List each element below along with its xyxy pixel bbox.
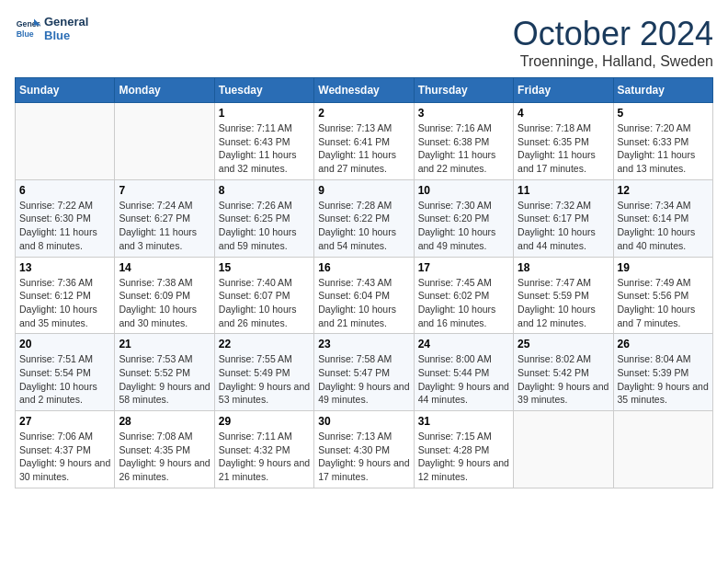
day-number: 9 bbox=[318, 184, 409, 197]
weekday-header: Thursday bbox=[414, 78, 513, 103]
day-info: Sunrise: 7:45 AM Sunset: 6:02 PM Dayligh… bbox=[418, 276, 509, 330]
calendar-week-row: 1Sunrise: 7:11 AM Sunset: 6:43 PM Daylig… bbox=[16, 103, 713, 180]
day-info: Sunrise: 7:53 AM Sunset: 5:52 PM Dayligh… bbox=[119, 352, 210, 407]
day-info: Sunrise: 7:40 AM Sunset: 6:07 PM Dayligh… bbox=[219, 276, 310, 330]
weekday-header: Monday bbox=[115, 78, 214, 103]
day-info: Sunrise: 7:18 AM Sunset: 6:35 PM Dayligh… bbox=[518, 121, 609, 176]
calendar-cell: 25Sunrise: 8:02 AM Sunset: 5:42 PM Dayli… bbox=[514, 334, 613, 411]
day-info: Sunrise: 8:04 AM Sunset: 5:39 PM Dayligh… bbox=[618, 352, 709, 407]
day-info: Sunrise: 7:06 AM Sunset: 4:37 PM Dayligh… bbox=[19, 430, 110, 484]
day-info: Sunrise: 7:13 AM Sunset: 6:41 PM Dayligh… bbox=[318, 121, 409, 176]
day-number: 29 bbox=[219, 415, 310, 428]
logo-line1: General bbox=[44, 15, 88, 29]
calendar-cell: 24Sunrise: 8:00 AM Sunset: 5:44 PM Dayli… bbox=[414, 334, 513, 411]
day-info: Sunrise: 7:55 AM Sunset: 5:49 PM Dayligh… bbox=[219, 352, 310, 407]
calendar-cell: 10Sunrise: 7:30 AM Sunset: 6:20 PM Dayli… bbox=[414, 179, 513, 257]
day-info: Sunrise: 7:13 AM Sunset: 4:30 PM Dayligh… bbox=[318, 430, 409, 484]
calendar-cell: 18Sunrise: 7:47 AM Sunset: 5:59 PM Dayli… bbox=[514, 257, 613, 334]
day-info: Sunrise: 7:47 AM Sunset: 5:59 PM Dayligh… bbox=[518, 276, 609, 330]
day-number: 20 bbox=[19, 338, 110, 350]
calendar-week-row: 27Sunrise: 7:06 AM Sunset: 4:37 PM Dayli… bbox=[16, 411, 713, 488]
day-number: 21 bbox=[119, 338, 210, 350]
day-info: Sunrise: 7:43 AM Sunset: 6:04 PM Dayligh… bbox=[318, 276, 409, 330]
day-number: 1 bbox=[219, 107, 310, 120]
day-info: Sunrise: 8:00 AM Sunset: 5:44 PM Dayligh… bbox=[418, 352, 509, 407]
weekday-header: Sunday bbox=[16, 78, 115, 103]
calendar-cell: 6Sunrise: 7:22 AM Sunset: 6:30 PM Daylig… bbox=[16, 179, 115, 257]
day-info: Sunrise: 7:49 AM Sunset: 5:56 PM Dayligh… bbox=[618, 276, 709, 330]
day-number: 28 bbox=[119, 415, 210, 428]
calendar-table: SundayMondayTuesdayWednesdayThursdayFrid… bbox=[15, 77, 713, 488]
day-number: 3 bbox=[418, 107, 509, 120]
calendar-header: SundayMondayTuesdayWednesdayThursdayFrid… bbox=[16, 78, 713, 103]
calendar-cell: 23Sunrise: 7:58 AM Sunset: 5:47 PM Dayli… bbox=[314, 334, 414, 411]
calendar-cell: 28Sunrise: 7:08 AM Sunset: 4:35 PM Dayli… bbox=[115, 411, 214, 488]
page-header: General Blue General Blue October 2024 T… bbox=[15, 15, 713, 70]
calendar-cell: 29Sunrise: 7:11 AM Sunset: 4:32 PM Dayli… bbox=[214, 411, 313, 488]
month-title: October 2024 bbox=[513, 15, 713, 53]
day-info: Sunrise: 7:26 AM Sunset: 6:25 PM Dayligh… bbox=[219, 199, 310, 253]
day-info: Sunrise: 7:51 AM Sunset: 5:54 PM Dayligh… bbox=[19, 352, 110, 407]
day-number: 14 bbox=[119, 261, 210, 274]
svg-text:Blue: Blue bbox=[17, 29, 34, 39]
weekday-header: Saturday bbox=[613, 78, 712, 103]
calendar-cell bbox=[613, 411, 712, 488]
calendar-cell bbox=[514, 411, 613, 488]
calendar-cell: 13Sunrise: 7:36 AM Sunset: 6:12 PM Dayli… bbox=[16, 257, 115, 334]
calendar-cell: 12Sunrise: 7:34 AM Sunset: 6:14 PM Dayli… bbox=[613, 179, 712, 257]
day-number: 8 bbox=[219, 184, 310, 197]
day-number: 6 bbox=[19, 184, 110, 197]
day-number: 11 bbox=[518, 184, 609, 197]
calendar-cell: 27Sunrise: 7:06 AM Sunset: 4:37 PM Dayli… bbox=[16, 411, 115, 488]
calendar-cell: 2Sunrise: 7:13 AM Sunset: 6:41 PM Daylig… bbox=[314, 103, 414, 180]
calendar-cell: 21Sunrise: 7:53 AM Sunset: 5:52 PM Dayli… bbox=[115, 334, 214, 411]
calendar-cell: 31Sunrise: 7:15 AM Sunset: 4:28 PM Dayli… bbox=[414, 411, 513, 488]
day-info: Sunrise: 7:58 AM Sunset: 5:47 PM Dayligh… bbox=[318, 352, 409, 407]
calendar-cell: 26Sunrise: 8:04 AM Sunset: 5:39 PM Dayli… bbox=[613, 334, 712, 411]
weekday-header: Friday bbox=[514, 78, 613, 103]
calendar-cell bbox=[16, 103, 115, 180]
day-number: 24 bbox=[418, 338, 509, 350]
calendar-cell: 7Sunrise: 7:24 AM Sunset: 6:27 PM Daylig… bbox=[115, 179, 214, 257]
calendar-cell: 1Sunrise: 7:11 AM Sunset: 6:43 PM Daylig… bbox=[214, 103, 313, 180]
day-number: 25 bbox=[518, 338, 609, 350]
weekday-header: Tuesday bbox=[214, 78, 313, 103]
day-info: Sunrise: 7:32 AM Sunset: 6:17 PM Dayligh… bbox=[518, 199, 609, 253]
calendar-cell: 30Sunrise: 7:13 AM Sunset: 4:30 PM Dayli… bbox=[314, 411, 414, 488]
calendar-cell: 3Sunrise: 7:16 AM Sunset: 6:38 PM Daylig… bbox=[414, 103, 513, 180]
day-number: 19 bbox=[618, 261, 709, 274]
calendar-week-row: 20Sunrise: 7:51 AM Sunset: 5:54 PM Dayli… bbox=[16, 334, 713, 411]
calendar-cell: 8Sunrise: 7:26 AM Sunset: 6:25 PM Daylig… bbox=[214, 179, 313, 257]
day-info: Sunrise: 7:20 AM Sunset: 6:33 PM Dayligh… bbox=[618, 121, 709, 176]
day-info: Sunrise: 7:22 AM Sunset: 6:30 PM Dayligh… bbox=[19, 199, 110, 253]
calendar-cell: 14Sunrise: 7:38 AM Sunset: 6:09 PM Dayli… bbox=[115, 257, 214, 334]
day-number: 31 bbox=[418, 415, 509, 428]
day-number: 22 bbox=[219, 338, 310, 350]
day-info: Sunrise: 7:36 AM Sunset: 6:12 PM Dayligh… bbox=[19, 276, 110, 330]
day-number: 23 bbox=[318, 338, 409, 350]
calendar-body: 1Sunrise: 7:11 AM Sunset: 6:43 PM Daylig… bbox=[16, 103, 713, 488]
day-number: 2 bbox=[318, 107, 409, 120]
day-number: 10 bbox=[418, 184, 509, 197]
day-number: 5 bbox=[618, 107, 709, 120]
day-number: 16 bbox=[318, 261, 409, 274]
calendar-cell: 15Sunrise: 7:40 AM Sunset: 6:07 PM Dayli… bbox=[214, 257, 313, 334]
day-number: 4 bbox=[518, 107, 609, 120]
calendar-week-row: 6Sunrise: 7:22 AM Sunset: 6:30 PM Daylig… bbox=[16, 179, 713, 257]
day-number: 7 bbox=[119, 184, 210, 197]
calendar-cell: 5Sunrise: 7:20 AM Sunset: 6:33 PM Daylig… bbox=[613, 103, 712, 180]
day-info: Sunrise: 8:02 AM Sunset: 5:42 PM Dayligh… bbox=[518, 352, 609, 407]
calendar-cell: 9Sunrise: 7:28 AM Sunset: 6:22 PM Daylig… bbox=[314, 179, 414, 257]
logo: General Blue General Blue bbox=[15, 15, 88, 42]
logo-line2: Blue bbox=[44, 29, 88, 42]
day-number: 15 bbox=[219, 261, 310, 274]
day-number: 18 bbox=[518, 261, 609, 274]
day-info: Sunrise: 7:11 AM Sunset: 4:32 PM Dayligh… bbox=[219, 430, 310, 484]
day-number: 30 bbox=[318, 415, 409, 428]
day-info: Sunrise: 7:30 AM Sunset: 6:20 PM Dayligh… bbox=[418, 199, 509, 253]
calendar-week-row: 13Sunrise: 7:36 AM Sunset: 6:12 PM Dayli… bbox=[16, 257, 713, 334]
day-number: 27 bbox=[19, 415, 110, 428]
day-number: 12 bbox=[618, 184, 709, 197]
day-info: Sunrise: 7:34 AM Sunset: 6:14 PM Dayligh… bbox=[618, 199, 709, 253]
weekday-header: Wednesday bbox=[314, 78, 414, 103]
